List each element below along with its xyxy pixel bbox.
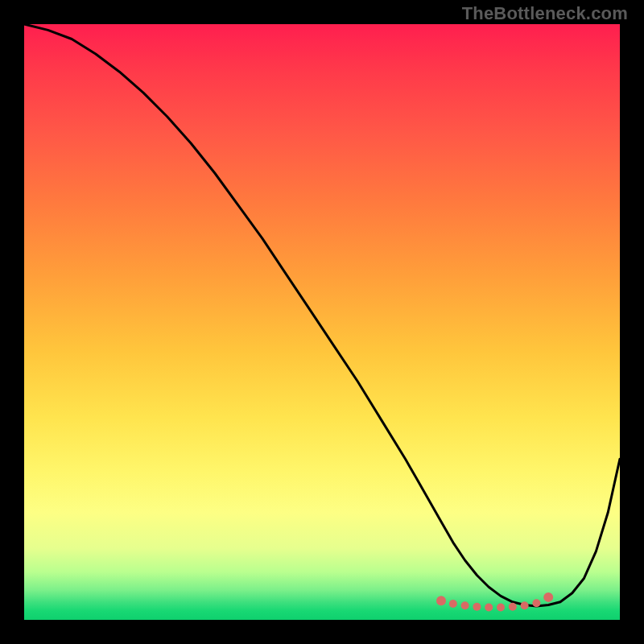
sweet-spot-point <box>543 592 553 602</box>
sweet-spot-point <box>449 600 457 608</box>
watermark-text: TheBottleneck.com <box>462 3 628 24</box>
sweet-spot-point <box>521 601 529 609</box>
sweet-spot-point <box>497 603 505 611</box>
chart-plot-area <box>24 24 620 620</box>
sweet-spot-point <box>436 596 446 605</box>
sweet-spot-point <box>461 601 469 609</box>
sweet-spot-point <box>509 603 517 611</box>
sweet-spot-point <box>485 603 493 611</box>
curve-svg <box>24 24 620 620</box>
sweet-spot-point <box>532 599 540 607</box>
sweet-spot-points <box>436 592 553 612</box>
sweet-spot-point <box>473 603 481 611</box>
chart-frame: TheBottleneck.com <box>0 0 644 644</box>
bottleneck-curve <box>24 24 620 606</box>
